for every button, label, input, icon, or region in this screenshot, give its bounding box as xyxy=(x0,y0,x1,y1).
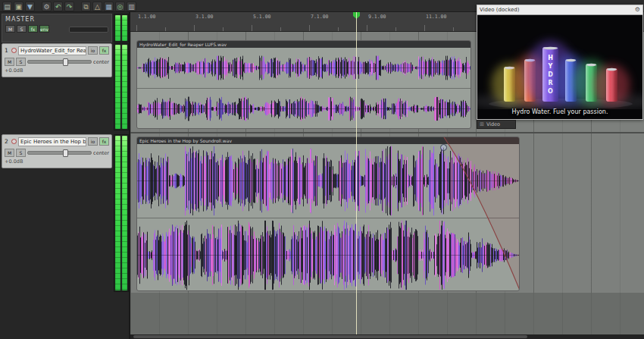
meter-left-channel xyxy=(115,136,120,290)
ruler-label: 11.1.00 xyxy=(426,14,446,20)
master-fx-button[interactable]: fx xyxy=(28,25,38,33)
meter-right-channel xyxy=(122,45,127,129)
record-arm-button[interactable] xyxy=(11,48,17,53)
video-caption: Hydro Water. Fuel your passion. xyxy=(477,108,642,115)
hydro-can-red xyxy=(594,64,630,106)
ruler-tick xyxy=(223,27,224,31)
ruler-tick xyxy=(453,27,454,31)
track-2-level-meter xyxy=(114,134,129,292)
master-track-label: MASTER xyxy=(2,14,111,23)
ruler-tick xyxy=(309,25,310,31)
volume-fader-thumb[interactable] xyxy=(63,149,68,157)
redo-icon[interactable]: ↷ xyxy=(64,2,74,11)
meter-left-channel xyxy=(115,45,120,129)
solo-button[interactable]: S xyxy=(16,149,26,157)
fx-button[interactable]: fx xyxy=(99,46,109,55)
track-panel-2[interactable]: 2 Epic Heroes in the Hop by Sou... io fx… xyxy=(2,134,112,168)
waveform-left-channel[interactable] xyxy=(137,144,519,218)
volume-fader-thumb[interactable] xyxy=(63,58,68,66)
ruler-tick xyxy=(367,25,367,31)
record-arm-button[interactable] xyxy=(11,139,17,144)
video-settings-icon[interactable]: ⚙ xyxy=(635,6,640,14)
scrollbar-thumb[interactable] xyxy=(133,335,527,338)
volume-fader[interactable] xyxy=(27,60,92,64)
ruler-tick xyxy=(165,27,166,31)
routing-button[interactable]: io xyxy=(88,46,98,55)
media-item-label: Epic Heroes in the Hop by Soundroll.wav xyxy=(137,137,519,144)
ruler-label: 9.1.00 xyxy=(368,14,386,20)
panel-divider[interactable] xyxy=(129,12,130,339)
meter-left-channel xyxy=(115,15,120,41)
ruler-tick xyxy=(424,25,425,31)
video-window-title: Video (docked) xyxy=(480,7,519,13)
hydro-cans-graphic: HYDRO xyxy=(477,15,642,109)
mixer-icon[interactable]: ▥ xyxy=(127,2,136,11)
master-track-panel[interactable]: MASTER M S fx env xyxy=(2,14,112,42)
master-solo-button[interactable]: S xyxy=(17,25,27,33)
new-project-icon[interactable]: ▤ xyxy=(2,2,12,11)
svg-text:R: R xyxy=(548,80,552,86)
ruler-label: 7.1.00 xyxy=(311,14,328,20)
svg-text:D: D xyxy=(548,71,553,78)
svg-text:Y: Y xyxy=(548,63,553,70)
solo-button[interactable]: S xyxy=(16,58,26,66)
video-tab-label: Video xyxy=(486,121,500,128)
media-item-hydrowater[interactable]: HydroWater_Edit_for Reaper LUFS.wav xyxy=(136,40,471,129)
waveform-right-channel[interactable] xyxy=(137,89,470,129)
grid-icon[interactable]: ▦ xyxy=(104,2,114,11)
master-volume-fader[interactable] xyxy=(69,27,108,33)
meter-right-channel xyxy=(122,15,127,41)
track-1-level-meter xyxy=(114,43,129,130)
open-project-icon[interactable]: ▣ xyxy=(14,2,23,11)
snap-icon[interactable]: ◎ xyxy=(115,2,125,11)
svg-text:H: H xyxy=(548,55,553,61)
video-display: HYDRO Hydro Water. Fuel your passion. xyxy=(477,15,642,119)
window-icon: ⊞ xyxy=(480,121,484,128)
volume-fader[interactable] xyxy=(27,151,92,155)
undo-icon[interactable]: ↶ xyxy=(53,2,63,11)
waveform-left-channel[interactable] xyxy=(137,48,470,88)
volume-readout: +0.0dB xyxy=(5,159,23,165)
track-name-input[interactable]: Epic Heroes in the Hop by Sou... xyxy=(18,137,86,146)
save-project-icon[interactable]: ▼ xyxy=(25,2,35,11)
ruler-tick xyxy=(395,27,396,31)
media-item-label: HydroWater_Edit_for Reaper LUFS.wav xyxy=(137,41,470,48)
video-window-titlebar[interactable]: Video (docked) ⚙ xyxy=(477,5,642,15)
ruler-tick xyxy=(280,27,281,31)
track-number: 1 xyxy=(5,47,10,54)
fx-button[interactable]: fx xyxy=(99,137,109,146)
mute-button[interactable]: M xyxy=(5,58,14,66)
project-settings-icon[interactable]: ⚙ xyxy=(42,2,52,11)
reaper-window: ▤▣▼⚙↶↷⧉△▦◎▥ MASTER M S fx env 1 HydroWat… xyxy=(0,0,644,339)
media-item-epic-heroes[interactable]: Epic Heroes in the Hop by Soundroll.wav xyxy=(136,137,520,291)
metronome-icon[interactable]: △ xyxy=(92,2,102,11)
ruler-label: 3.1.00 xyxy=(195,14,213,20)
horizontal-scrollbar[interactable] xyxy=(130,334,644,339)
empty-lane-area[interactable] xyxy=(130,293,644,334)
ruler-tick xyxy=(194,25,195,31)
ruler-label: 1.1.00 xyxy=(138,14,155,20)
track-name-input[interactable]: HydroWater_Edit_for Reaper... xyxy=(18,46,86,55)
pan-value[interactable]: center xyxy=(93,150,109,156)
svg-text:O: O xyxy=(548,88,553,95)
ruler-tick xyxy=(136,25,137,31)
pan-value[interactable]: center xyxy=(93,59,109,65)
waveform-right-channel[interactable] xyxy=(137,218,519,291)
item-grouping-icon[interactable]: ⧉ xyxy=(81,2,91,11)
video-window: Video (docked) ⚙ xyxy=(477,5,643,120)
master-env-button[interactable]: env xyxy=(39,25,49,33)
fade-handle[interactable] xyxy=(440,144,447,151)
routing-button[interactable]: io xyxy=(88,137,98,146)
ruler-tick xyxy=(338,27,339,31)
video-docker-tab[interactable]: ⊞ Video xyxy=(477,120,516,129)
ruler-tick xyxy=(252,25,252,31)
track-panel-1[interactable]: 1 HydroWater_Edit_for Reaper... io fx M … xyxy=(2,43,112,77)
track-control-panel: MASTER M S fx env 1 HydroWater_Edit_for … xyxy=(0,12,130,339)
volume-readout: +0.0dB xyxy=(5,67,23,74)
master-mute-button[interactable]: M xyxy=(5,25,15,33)
mute-button[interactable]: M xyxy=(5,149,14,157)
track-number: 2 xyxy=(5,138,10,145)
ruler-label: 5.1.00 xyxy=(253,14,270,20)
master-level-meter xyxy=(114,14,129,42)
meter-right-channel xyxy=(122,136,127,290)
